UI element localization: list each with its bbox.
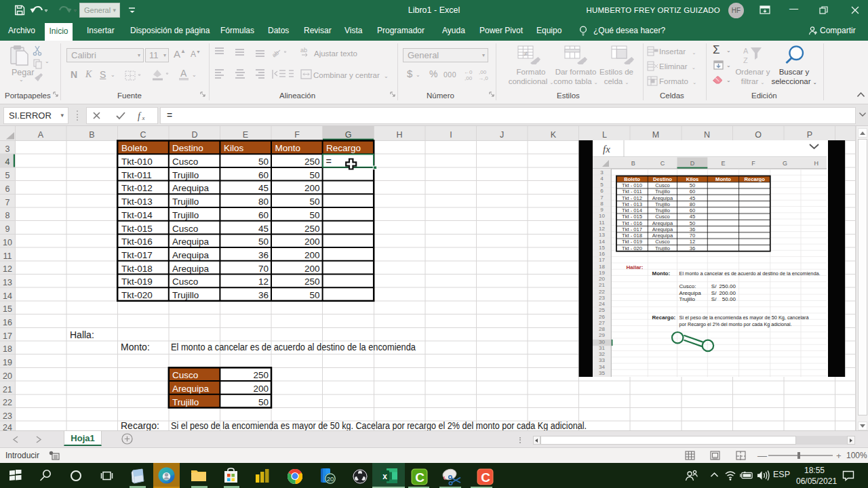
- svg-text:26: 26: [599, 314, 605, 320]
- svg-text:N: N: [704, 130, 710, 140]
- svg-text:A: A: [743, 47, 749, 55]
- svg-text:80: 80: [258, 197, 269, 207]
- svg-text:50: 50: [309, 197, 319, 207]
- svg-text:20: 20: [3, 371, 12, 381]
- svg-text:Boleto: Boleto: [624, 176, 640, 182]
- svg-text:L: L: [602, 130, 607, 140]
- svg-text:Z: Z: [743, 56, 748, 64]
- svg-text:Trujillo: Trujillo: [679, 296, 696, 302]
- svg-text:80: 80: [690, 201, 695, 207]
- svg-text:D: D: [690, 160, 695, 167]
- svg-text:Tkt - 016: Tkt - 016: [622, 220, 642, 226]
- svg-text:22: 22: [599, 289, 605, 295]
- svg-text:Destino: Destino: [172, 143, 203, 153]
- svg-text:200: 200: [304, 183, 320, 193]
- svg-text:F: F: [294, 130, 300, 140]
- svg-text:Tkt-018: Tkt-018: [121, 264, 153, 274]
- svg-text:Trujillo: Trujillo: [655, 207, 670, 214]
- svg-text:Tkt-015: Tkt-015: [121, 224, 153, 234]
- svg-text:Destino: Destino: [653, 176, 672, 182]
- svg-text:21: 21: [3, 385, 12, 394]
- svg-text:Arequipa: Arequipa: [172, 250, 210, 260]
- svg-text:A: A: [38, 130, 44, 140]
- svg-text:Tkt - 019: Tkt - 019: [622, 239, 642, 245]
- svg-text:Cusco: Cusco: [655, 214, 670, 220]
- svg-text:12: 12: [258, 277, 269, 287]
- svg-text:17: 17: [3, 331, 12, 341]
- svg-text:Cusco: Cusco: [655, 239, 670, 245]
- svg-text:→,0: →,0: [478, 75, 488, 81]
- svg-text:Tkt-012: Tkt-012: [121, 183, 153, 193]
- svg-text:Arequipa: Arequipa: [172, 183, 210, 193]
- svg-text:Tkt - 014: Tkt - 014: [622, 207, 642, 214]
- svg-text:250: 250: [304, 157, 320, 167]
- svg-text:Arequipa: Arequipa: [652, 195, 673, 201]
- svg-text:Recargo:: Recargo:: [652, 314, 676, 321]
- svg-text:50: 50: [258, 397, 269, 407]
- svg-text:Recargo: Recargo: [326, 143, 361, 153]
- svg-text:El monto a cancelar es de acue: El monto a cancelar es de acuerdo al des…: [679, 270, 821, 277]
- svg-text:fx: fx: [603, 144, 610, 155]
- svg-text:Tkt - 018: Tkt - 018: [622, 232, 642, 239]
- svg-text:13: 13: [599, 232, 605, 238]
- svg-text:250.00: 250.00: [719, 283, 736, 289]
- svg-text:35: 35: [599, 370, 605, 376]
- svg-text:Arequipa: Arequipa: [679, 290, 702, 296]
- svg-text:18: 18: [3, 344, 12, 354]
- svg-text:8: 8: [5, 211, 10, 220]
- svg-text:15: 15: [599, 245, 605, 251]
- svg-text:ab: ab: [271, 49, 280, 58]
- svg-text:Cusco: Cusco: [172, 277, 198, 287]
- svg-text:30: 30: [599, 339, 605, 345]
- svg-text:60: 60: [690, 207, 695, 214]
- svg-text:Si el peso de la encomienda es: Si el peso de la encomienda es mayor de …: [679, 314, 810, 321]
- svg-text:≠: ≠: [524, 49, 528, 58]
- svg-text:Recargo:: Recargo:: [121, 420, 159, 430]
- svg-text:45: 45: [690, 214, 695, 220]
- svg-text:Trujillo: Trujillo: [655, 245, 670, 251]
- svg-text:Trujillo: Trujillo: [655, 188, 670, 195]
- svg-text:200.00: 200.00: [719, 290, 736, 296]
- svg-text:21: 21: [599, 282, 605, 288]
- svg-text:I: I: [450, 130, 452, 140]
- svg-text:Tkt - 015: Tkt - 015: [622, 214, 642, 220]
- svg-text:←0: ←0: [464, 69, 473, 75]
- svg-text:19: 19: [3, 358, 12, 367]
- svg-text:12: 12: [3, 264, 12, 274]
- svg-text:10: 10: [599, 213, 605, 219]
- svg-text:3: 3: [600, 169, 604, 176]
- svg-text:B: B: [89, 130, 94, 140]
- svg-text:Trujillo: Trujillo: [172, 290, 199, 300]
- svg-text:36: 36: [690, 245, 695, 251]
- svg-text:50.00: 50.00: [722, 296, 736, 302]
- svg-text:23: 23: [599, 295, 605, 301]
- svg-text:Tkt - 013: Tkt - 013: [622, 201, 642, 207]
- svg-text:12: 12: [599, 226, 605, 232]
- svg-text:C: C: [415, 470, 425, 485]
- svg-text:250: 250: [304, 224, 320, 234]
- svg-text:12: 12: [690, 239, 695, 245]
- svg-text:8: 8: [600, 201, 604, 207]
- svg-text:17: 17: [599, 257, 605, 263]
- svg-text:29: 29: [599, 332, 605, 338]
- svg-text:14: 14: [599, 239, 605, 245]
- svg-text:11: 11: [3, 251, 12, 261]
- svg-text:K: K: [551, 130, 557, 140]
- svg-text:16: 16: [599, 251, 605, 257]
- svg-text:18: 18: [599, 264, 605, 270]
- svg-text:Recargo: Recargo: [745, 176, 766, 182]
- svg-text:33: 33: [599, 357, 605, 363]
- svg-text:Tkt - 020: Tkt - 020: [622, 245, 642, 251]
- svg-text:5: 5: [600, 182, 604, 188]
- svg-text:70: 70: [258, 264, 269, 274]
- svg-text:250: 250: [304, 277, 320, 287]
- svg-text:60: 60: [258, 170, 269, 180]
- svg-text:J: J: [500, 130, 504, 140]
- svg-text:6: 6: [5, 184, 10, 194]
- svg-text:15: 15: [3, 304, 12, 314]
- svg-text:27: 27: [599, 320, 605, 326]
- svg-text:El monto a cancelar es de acue: El monto a cancelar es de acuerdo al des…: [171, 342, 416, 352]
- svg-text:9: 9: [5, 224, 10, 234]
- svg-text:7: 7: [5, 198, 10, 207]
- svg-text:Tkt-017: Tkt-017: [121, 250, 153, 260]
